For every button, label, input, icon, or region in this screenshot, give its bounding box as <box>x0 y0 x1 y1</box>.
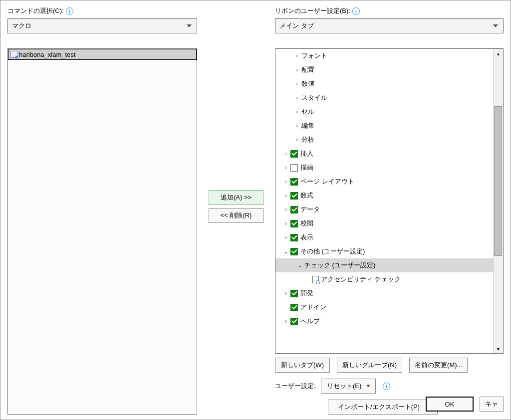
scroll-up-icon[interactable]: ▴ <box>494 49 503 58</box>
tree-label: チェック (ユーザー設定) <box>304 261 375 270</box>
scroll-thumb[interactable] <box>494 106 502 256</box>
info-icon[interactable]: i <box>352 7 360 15</box>
tree-row[interactable]: ›スタイル <box>275 91 493 105</box>
ok-button[interactable]: OK <box>426 397 474 412</box>
checkbox[interactable] <box>290 248 298 255</box>
commands-listbox[interactable]: haribona_xlam_test <box>7 48 197 415</box>
scrollbar[interactable]: ▴ ▾ <box>493 49 503 353</box>
scroll-down-icon[interactable]: ▾ <box>494 344 503 353</box>
reset-button[interactable]: リセット(E) <box>321 379 376 394</box>
checkbox[interactable] <box>290 318 298 325</box>
expand-icon[interactable]: › <box>293 66 300 73</box>
expand-icon[interactable]: › <box>293 80 300 87</box>
expand-icon[interactable]: › <box>293 52 300 59</box>
tree-label: 校閲 <box>300 219 313 228</box>
tree-label: 数値 <box>301 79 314 88</box>
tree-row[interactable]: ›配置 <box>275 63 493 77</box>
choose-commands-label: コマンドの選択(C): <box>7 6 64 15</box>
checkbox[interactable] <box>290 178 298 186</box>
rename-button[interactable]: 名前の変更(M)... <box>409 358 468 373</box>
tree-label: その他 (ユーザー設定) <box>300 247 365 256</box>
customize-ribbon-value: メイン タブ <box>279 21 314 30</box>
checkbox[interactable] <box>290 220 298 227</box>
tree-label: 分析 <box>301 135 314 144</box>
user-settings-label: ユーザー設定: <box>275 382 316 391</box>
tree-label: アクセシビリティ チェック <box>321 275 401 284</box>
checkbox[interactable] <box>290 234 298 241</box>
import-export-button[interactable]: インポート/エクスポート(P) <box>328 400 438 415</box>
command-item[interactable]: haribona_xlam_test <box>8 49 197 60</box>
new-tab-button[interactable]: 新しいタブ(W) <box>275 358 330 373</box>
info-icon[interactable]: i <box>383 383 390 390</box>
tree-row[interactable]: ›挿入 <box>275 147 493 161</box>
tree-label: フォント <box>301 51 327 60</box>
expand-icon[interactable]: › <box>293 136 300 143</box>
tree-label: セル <box>301 107 314 116</box>
tree-label: ページ レイアウト <box>300 177 354 186</box>
tree-row[interactable]: ›描画 <box>275 161 493 175</box>
tree-row[interactable]: ›編集 <box>275 119 493 133</box>
expand-icon[interactable]: › <box>293 122 300 129</box>
tree-row[interactable]: ›開発 <box>275 286 493 300</box>
cancel-button[interactable]: キャ <box>480 397 504 412</box>
tree-row[interactable]: ›ヘルプ <box>275 314 493 328</box>
tree-label: 表示 <box>300 233 313 242</box>
tree-label: 挿入 <box>300 149 313 158</box>
info-icon[interactable]: i <box>66 7 73 15</box>
expand-icon[interactable]: › <box>282 150 289 157</box>
expand-icon[interactable]: › <box>282 220 289 227</box>
ribbon-tree[interactable]: ›フォント›配置›数値›スタイル›セル›編集›分析›挿入›描画›ページ レイアウ… <box>275 48 504 354</box>
new-group-button[interactable]: 新しいグループ(N) <box>337 358 402 373</box>
expand-icon[interactable]: › <box>293 94 300 101</box>
tree-row[interactable]: ›数式 <box>275 189 493 203</box>
tree-label: 編集 <box>301 121 314 130</box>
expand-icon[interactable]: › <box>282 234 289 241</box>
customize-ribbon-label: リボンのユーザー設定(B): <box>275 6 350 15</box>
macro-icon <box>10 51 17 58</box>
tree-row[interactable]: ›アドイン <box>275 300 493 314</box>
tree-row[interactable]: ›数値 <box>275 77 493 91</box>
tree-label: 数式 <box>300 191 313 200</box>
checkbox[interactable] <box>290 206 298 213</box>
tree-row[interactable]: ›分析 <box>275 133 493 147</box>
expand-icon[interactable]: › <box>293 108 300 115</box>
expand-icon[interactable]: › <box>282 290 289 297</box>
tree-label: 開発 <box>300 289 313 298</box>
checkbox[interactable] <box>290 290 298 297</box>
tree-row[interactable]: ›校閲 <box>275 216 493 230</box>
command-label: haribona_xlam_test <box>19 51 75 58</box>
expand-icon[interactable]: › <box>282 206 289 213</box>
tree-row[interactable]: ›データ <box>275 203 493 216</box>
checkbox[interactable] <box>290 150 298 158</box>
tree-label: 配置 <box>301 65 314 74</box>
tree-row[interactable]: ›表示 <box>275 230 493 244</box>
tree-row[interactable]: ›フォント <box>275 49 493 63</box>
tree-label: データ <box>300 205 320 214</box>
remove-button[interactable]: << 削除(R) <box>209 208 263 223</box>
choose-commands-dropdown[interactable]: マクロ <box>7 18 197 33</box>
tree-row[interactable]: ›ページ レイアウト <box>275 175 493 189</box>
tree-row[interactable]: アクセシビリティ チェック <box>275 272 493 286</box>
expand-icon[interactable]: ⌄ <box>282 248 289 255</box>
expand-icon[interactable]: ⌄ <box>296 262 303 269</box>
document-icon <box>312 276 319 283</box>
checkbox[interactable] <box>290 164 298 172</box>
add-button[interactable]: 追加(A) >> <box>209 190 263 205</box>
expand-icon[interactable]: › <box>282 192 289 199</box>
tree-label: アドイン <box>300 303 326 312</box>
checkbox[interactable] <box>290 192 298 200</box>
tree-row[interactable]: ⌄その他 (ユーザー設定) <box>275 244 493 258</box>
expand-icon[interactable]: › <box>282 178 289 185</box>
tree-label: スタイル <box>301 93 327 102</box>
tree-row[interactable]: ⌄チェック (ユーザー設定) <box>275 258 493 272</box>
choose-commands-value: マクロ <box>12 21 31 30</box>
expand-icon[interactable]: › <box>282 318 289 325</box>
tree-label: ヘルプ <box>300 317 320 326</box>
checkbox[interactable] <box>290 304 298 311</box>
customize-ribbon-dropdown[interactable]: メイン タブ <box>275 18 504 33</box>
expand-icon[interactable]: › <box>282 164 289 171</box>
tree-label: 描画 <box>300 163 313 172</box>
tree-row[interactable]: ›セル <box>275 105 493 119</box>
